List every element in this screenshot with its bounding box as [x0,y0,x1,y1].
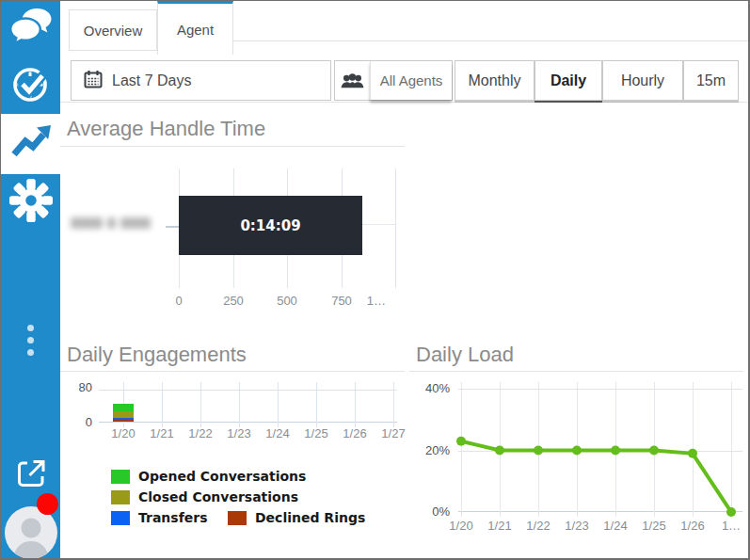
granularity-button-15m[interactable]: 15m [683,60,739,101]
section-header-handle-time: Average Handle Time [60,112,405,147]
stacked-bar-segment[interactable] [113,418,134,419]
axis-tick-label: 1/23 [565,519,588,533]
axis-tick-label: 0 [175,294,182,308]
handle-time-chart[interactable]: 0:14:09 [179,168,395,288]
trend-up-icon [10,124,52,164]
legend-item-transfers[interactable]: Transfers [111,510,208,525]
axis-tick-label: 1/26 [680,519,704,533]
axis-tick [166,226,179,228]
section-header-engagements: Daily Engagements [60,338,405,372]
axis-tick-label: 1/27 [381,426,405,440]
tabstrip-divider [233,40,748,41]
notification-badge [37,493,58,515]
stacked-bar-segment[interactable] [113,404,134,411]
axis-tick-label: 1… [367,294,386,308]
granularity-15m-label: 15m [696,72,726,89]
legend-swatch-closed [111,490,130,504]
stacked-bar-segment[interactable] [113,419,134,422]
handle-time-value: 0:14:09 [240,217,300,234]
granularity-button-daily[interactable]: Daily [535,60,602,101]
main-panel: Overview Agent Last 7 Days [60,1,748,558]
axis-tick-label: 500 [277,294,297,308]
tab-overview-label: Overview [84,23,143,39]
legend-swatch-declined [228,511,247,525]
handle-time-title: Average Handle Time [60,112,405,146]
engagements-title: Daily Engagements [60,338,405,372]
people-icon [335,61,370,100]
legend-item-declined[interactable]: Declined Rings [228,510,365,525]
axis-tick-label: 1/20 [449,519,472,533]
chat-bubbles-icon [9,8,53,51]
axis-tick-label: 1… [722,519,741,533]
sidebar [1,1,60,558]
popout-button[interactable] [1,456,60,494]
tab-agent-label: Agent [177,22,214,38]
granularity-hourly-label: Hourly [621,72,664,89]
stacked-bar-segment[interactable] [113,411,134,418]
app-window: Overview Agent Last 7 Days [0,0,750,560]
gridline [395,168,396,288]
axis-tick-label: 750 [331,294,352,308]
load-x-axis: 1/201/211/221/231/241/251/261… [458,519,742,536]
engagements-chart[interactable] [99,382,397,423]
axis-tick-label: 1/22 [188,426,212,440]
axis-tick-label: 80 [60,380,92,394]
legend-item-closed[interactable]: Closed Conversations [111,489,298,504]
engagements-x-axis: 1/201/211/221/231/241/251/261/27 [99,426,397,443]
agents-filter[interactable]: All Agents [334,60,453,101]
date-range-value: Last 7 Days [112,72,191,89]
sidebar-item-reports[interactable] [1,114,60,174]
load-title: Daily Load [409,338,743,372]
axis-tick-label: 1/20 [111,426,135,440]
gear-icon [9,179,53,226]
granularity-button-hourly[interactable]: Hourly [602,60,683,101]
clock-check-icon [10,63,52,108]
axis-tick-label: 1/23 [227,426,250,440]
axis-tick-label: 0 [60,415,92,429]
gridline [99,390,397,391]
load-line-series[interactable] [458,382,742,514]
axis-tick-label: 1/22 [526,519,550,533]
granularity-monthly-label: Monthly [468,72,520,89]
axis-tick-label: 1/25 [642,519,665,533]
tab-overview[interactable]: Overview [69,9,157,51]
legend-label-opened: Opened Conversations [138,469,306,484]
filter-panel-divider [60,102,748,103]
legend-item-opened[interactable]: Opened Conversations [111,469,306,484]
axis-tick-label: 1/25 [304,426,327,440]
legend-label-closed: Closed Conversations [138,489,298,504]
calendar-icon [84,70,103,92]
legend-swatch-opened [111,470,130,484]
date-range-picker[interactable]: Last 7 Days [71,60,331,101]
agents-filter-value: All Agents [370,61,452,100]
sidebar-item-activity[interactable] [1,57,60,114]
sidebar-item-settings[interactable] [1,174,60,231]
granularity-button-monthly[interactable]: Monthly [455,60,535,101]
axis-tick-label: 1/21 [487,519,511,533]
handle-time-bar[interactable]: 0:14:09 [179,196,362,255]
handle-time-x-axis: 02505007501… [179,294,395,311]
axis-tick-label: 1/21 [150,426,173,440]
axis-tick-label: 250 [223,294,244,308]
load-y-axis: 40%20%0% [412,381,450,522]
sidebar-item-conversations[interactable] [1,1,60,57]
legend-swatch-transfers [111,511,130,525]
avatar[interactable] [5,506,57,559]
legend-label-transfers: Transfers [138,510,208,525]
granularity-daily-label: Daily [551,72,586,89]
legend-label-declined: Declined Rings [255,510,365,525]
tab-agent[interactable]: Agent [157,1,233,55]
load-chart[interactable] [458,382,742,512]
axis-tick-label: 20% [412,443,450,457]
axis-tick-label: 40% [412,381,450,395]
axis-tick-label: 0% [412,504,450,519]
axis-tick-label: 1/26 [343,426,366,440]
section-header-load: Daily Load [409,338,743,372]
axis-tick-label: 1/24 [603,519,627,533]
more-options-icon[interactable] [1,322,60,359]
external-link-icon [14,456,48,494]
axis-tick-label: 1/24 [265,426,289,440]
redacted-agent-name [71,217,155,229]
